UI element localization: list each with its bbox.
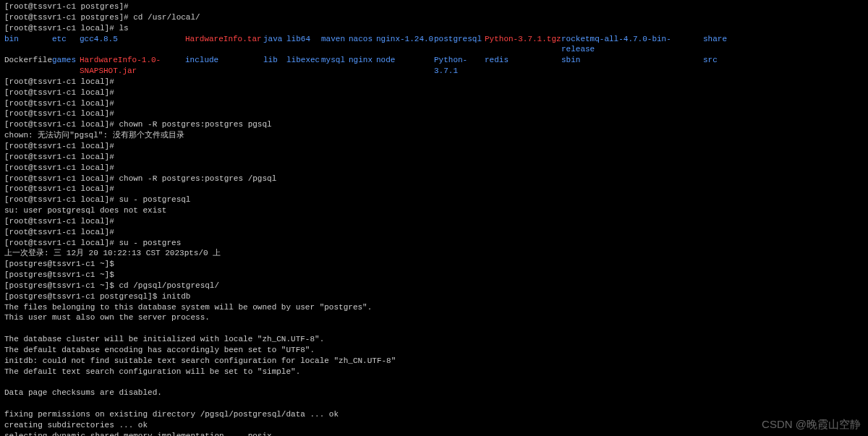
- prompt-line: [root@tssvr1-c1 local]#: [4, 152, 864, 163]
- prompt-line: [root@tssvr1-c1 local]# su - postgres: [4, 238, 864, 249]
- ls-output-row: binetcgcc4.8.5HardwareInfo.tarjavalib64m…: [4, 34, 864, 56]
- ls-item: nginx: [349, 55, 376, 77]
- prompt-line: [root@tssvr1-c1 local]#: [4, 87, 864, 98]
- ls-item: libexec: [286, 55, 321, 77]
- ls-item: mysql: [321, 55, 349, 77]
- prompt-line: [root@tssvr1-c1 local]# chown -R postgre…: [4, 119, 864, 130]
- ls-item: share: [703, 34, 732, 56]
- output-line: selecting dynamic shared memory implemen…: [4, 431, 864, 436]
- output-line: The default database encoding has accord…: [4, 345, 864, 356]
- error-line: chown: 无法访问"pgsql": 没有那个文件或目录: [4, 130, 864, 141]
- prompt-line: [root@tssvr1-c1 local]#: [4, 98, 864, 109]
- ls-item: Dockerfile: [4, 55, 52, 77]
- ls-item: rocketmq-all-4.7.0-bin-release: [561, 34, 703, 56]
- prompt-line: [root@tssvr1-c1 local]#: [4, 227, 864, 238]
- output-line: Data page checksums are disabled.: [4, 388, 864, 398]
- output-line: 上一次登录: 三 12月 20 10:22:13 CST 2023pts/0 上: [4, 248, 864, 259]
- ls-output-row: DockerfilegamesHardwareInfo-1.0-SNAPSHOT…: [4, 55, 864, 77]
- prompt-line: [root@tssvr1-c1 local]# chown -R postgre…: [4, 174, 864, 184]
- ls-item: lib: [263, 55, 286, 77]
- output-line: The default text search configuration wi…: [4, 367, 864, 377]
- initdb-output: The files belonging to this database sys…: [4, 302, 864, 436]
- ls-item: Python-3.7.1: [434, 55, 485, 77]
- output-line: [4, 398, 864, 409]
- ls-item: redis: [485, 55, 561, 77]
- prompt-line: [postgres@tssvr1-c1 postgresql]$ initdb: [4, 291, 864, 302]
- ls-item: etc: [52, 34, 80, 56]
- output-line: This user must also own the server proce…: [4, 312, 864, 323]
- prompt-line: [root@tssvr1-c1 local]#: [4, 216, 864, 227]
- ls-item: Python-3.7.1.tgz: [485, 34, 561, 56]
- ls-item: HardwareInfo.tar: [185, 34, 263, 56]
- prompt-line: [root@tssvr1-c1 local]# su - postgresql: [4, 195, 864, 205]
- error-line: su: user postgresql does not exist: [4, 205, 864, 216]
- ls-item: bin: [4, 34, 52, 56]
- prompt-line: [root@tssvr1-c1 local]#: [4, 108, 864, 119]
- ls-item: include: [185, 55, 263, 77]
- prompt-line: [root@tssvr1-c1 postgres]#: [4, 1, 864, 12]
- ls-item: sbin: [561, 55, 703, 77]
- ls-item: postgresql: [434, 34, 485, 56]
- ls-item: node: [376, 55, 434, 77]
- output-line: creating subdirectories ... ok: [4, 420, 864, 431]
- prompt-line: [root@tssvr1-c1 local]#: [4, 141, 864, 152]
- prompt-line: [postgres@tssvr1-c1 ~]$: [4, 259, 864, 270]
- ls-item: games: [52, 55, 80, 77]
- ls-item: nacos: [349, 34, 376, 56]
- output-line: [4, 323, 864, 334]
- prompt-line: [root@tssvr1-c1 postgres]# cd /usr/local…: [4, 12, 864, 23]
- prompt-line: [root@tssvr1-c1 local]#: [4, 184, 864, 195]
- prompt-line: [root@tssvr1-c1 local]#: [4, 163, 864, 174]
- ls-item: nginx-1.24.0: [376, 34, 434, 56]
- ls-item: gcc4.8.5: [80, 34, 185, 56]
- prompt-line: [root@tssvr1-c1 local]# ls: [4, 23, 864, 34]
- prompt-line: [postgres@tssvr1-c1 ~]$: [4, 270, 864, 281]
- output-line: [4, 377, 864, 388]
- output-line: The files belonging to this database sys…: [4, 302, 864, 313]
- ls-item: java: [263, 34, 286, 56]
- ls-item: src: [703, 55, 732, 77]
- ls-item: maven: [321, 34, 349, 56]
- output-line: fixing permissions on existing directory…: [4, 409, 864, 420]
- prompt-line: [root@tssvr1-c1 local]#: [4, 77, 864, 87]
- ls-item: lib64: [286, 34, 321, 56]
- output-line: The database cluster will be initialized…: [4, 334, 864, 345]
- ls-item: HardwareInfo-1.0-SNAPSHOT.jar: [80, 55, 185, 77]
- terminal-output[interactable]: [root@tssvr1-c1 postgres]# [root@tssvr1-…: [4, 1, 864, 436]
- output-line: initdb: could not find suitable text sea…: [4, 356, 864, 367]
- prompt-line: [postgres@tssvr1-c1 ~]$ cd /pgsql/postgr…: [4, 281, 864, 291]
